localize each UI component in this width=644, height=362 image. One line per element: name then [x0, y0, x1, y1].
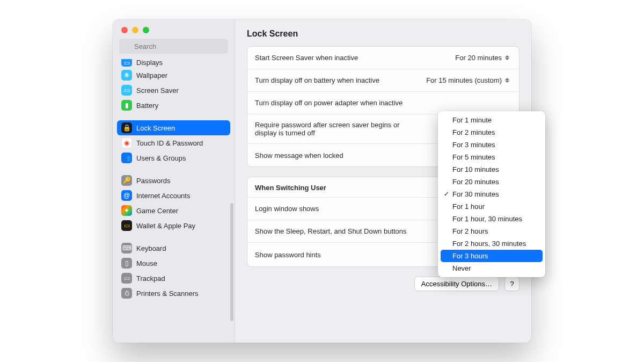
menu-option[interactable]: For 5 minutes	[441, 151, 543, 163]
setting-display-battery-dropdown[interactable]: For 15 minutes (custom)	[426, 76, 511, 84]
sidebar-item-trackpad[interactable]: ▭Trackpad	[117, 271, 230, 286]
internet-icon: @	[121, 190, 132, 201]
minimize-window-button[interactable]	[132, 27, 138, 33]
help-button[interactable]: ?	[504, 277, 519, 291]
sidebar-item-label: Screen Saver	[136, 86, 179, 95]
system-settings-window: ▭Displays❋Wallpaper▭Screen Saver▮Battery…	[113, 19, 531, 343]
menu-option[interactable]: For 3 hours	[441, 250, 543, 262]
game-icon: ✦	[121, 205, 132, 216]
menu-option[interactable]: For 1 minute	[441, 114, 543, 126]
sidebar-item-users-groups[interactable]: 👥Users & Groups	[117, 150, 230, 165]
login-window-label: Login window shows	[255, 205, 441, 213]
sidebar-item-keyboard[interactable]: ⌨Keyboard	[117, 241, 230, 256]
screen-icon: ▭	[121, 85, 132, 96]
page-title: Lock Screen	[247, 29, 519, 39]
trackpad-icon: ▭	[121, 273, 132, 284]
sidebar-item-game-center[interactable]: ✦Game Center	[117, 203, 230, 218]
sidebar-item-touch-id-password[interactable]: ◉Touch ID & Password	[117, 135, 230, 150]
menu-option[interactable]: For 20 minutes	[441, 176, 543, 188]
sidebar-item-label: Game Center	[136, 207, 178, 215]
sidebar-item-lock-screen[interactable]: 🔒Lock Screen	[117, 120, 230, 135]
sidebar-item-displays[interactable]: ▭Displays	[117, 58, 230, 68]
keyboard-icon: ⌨	[121, 243, 132, 254]
sidebar-item-label: Touch ID & Password	[136, 139, 203, 147]
setting-screensaver-value: For 20 minutes	[455, 54, 502, 62]
menu-option[interactable]: For 1 hour	[441, 200, 543, 213]
sidebar-item-screen-saver[interactable]: ▭Screen Saver	[117, 83, 230, 98]
wallpaper-icon: ❋	[121, 70, 132, 81]
sidebar-item-label: Internet Accounts	[136, 192, 190, 200]
sidebar-item-label: Displays	[136, 59, 163, 67]
sidebar-item-mouse[interactable]: ▯Mouse	[117, 256, 230, 271]
sidebar-item-wallpaper[interactable]: ❋Wallpaper	[117, 68, 230, 83]
stepper-icon	[505, 78, 511, 83]
accessibility-options-button[interactable]: Accessibility Options…	[414, 277, 499, 291]
menu-option[interactable]: For 2 hours	[441, 225, 543, 237]
displays-icon: ▭	[121, 59, 132, 67]
setting-require-password-label: Require password after screen saver begi…	[255, 121, 421, 137]
sidebar-item-label: Wallet & Apple Pay	[136, 222, 195, 230]
sidebar-item-label: Battery	[136, 102, 158, 110]
window-controls	[113, 19, 235, 39]
close-window-button[interactable]	[121, 27, 128, 33]
touch-icon: ◉	[121, 137, 132, 148]
menu-option[interactable]: Never	[441, 262, 543, 274]
mouse-icon: ▯	[121, 258, 132, 269]
sidebar-item-label: Mouse	[136, 259, 157, 267]
zoom-window-button[interactable]	[143, 27, 149, 33]
display-power-dropdown-menu[interactable]: For 1 minuteFor 2 minutesFor 3 minutesFo…	[438, 111, 545, 277]
sidebar-item-passwords[interactable]: 🔑Passwords	[117, 173, 230, 188]
menu-option[interactable]: For 2 hours, 30 minutes	[441, 237, 543, 250]
sidebar-item-label: Passwords	[136, 177, 171, 185]
sidebar-item-internet-accounts[interactable]: @Internet Accounts	[117, 188, 230, 203]
sidebar-scrollbar[interactable]	[230, 203, 233, 321]
sidebar-item-label: Trackpad	[136, 274, 165, 283]
setting-screensaver: Start Screen Saver when inactive For 20 …	[247, 47, 519, 69]
footer-row: Accessibility Options… ?	[247, 277, 519, 291]
setting-screensaver-label: Start Screen Saver when inactive	[255, 54, 451, 62]
menu-option[interactable]: For 30 minutes	[441, 188, 543, 200]
menu-option[interactable]: For 3 minutes	[441, 139, 543, 151]
users-icon: 👥	[121, 153, 132, 163]
menu-option[interactable]: For 2 minutes	[441, 126, 543, 139]
passwords-icon: 🔑	[121, 175, 132, 186]
setting-display-battery-value: For 15 minutes (custom)	[426, 76, 502, 84]
search-input[interactable]	[119, 39, 228, 54]
printers-icon: ⎙	[121, 288, 132, 299]
setting-display-battery: Turn display off on battery when inactiv…	[247, 69, 519, 92]
menu-option[interactable]: For 10 minutes	[441, 163, 543, 176]
lock-icon: 🔒	[121, 122, 132, 133]
setting-screensaver-dropdown[interactable]: For 20 minutes	[455, 54, 511, 62]
sidebar-item-printers-scanners[interactable]: ⎙Printers & Scanners	[117, 286, 230, 301]
sidebar-nav: ▭Displays❋Wallpaper▭Screen Saver▮Battery…	[113, 58, 235, 343]
battery-icon: ▮	[121, 100, 132, 111]
stepper-icon	[505, 55, 511, 60]
setting-display-battery-label: Turn display off on battery when inactiv…	[255, 76, 422, 84]
sidebar-item-label: Wallpaper	[136, 71, 167, 79]
sidebar-item-wallet-apple-pay[interactable]: ▭Wallet & Apple Pay	[117, 218, 230, 233]
menu-option[interactable]: For 1 hour, 30 minutes	[441, 213, 543, 225]
sidebar-item-label: Keyboard	[136, 244, 166, 252]
sidebar: ▭Displays❋Wallpaper▭Screen Saver▮Battery…	[113, 19, 235, 343]
sidebar-item-battery[interactable]: ▮Battery	[117, 98, 230, 113]
sidebar-item-label: Printers & Scanners	[136, 289, 199, 298]
setting-display-power-label: Turn display off on power adapter when i…	[255, 99, 511, 107]
sidebar-item-label: Users & Groups	[136, 154, 186, 162]
sidebar-item-label: Lock Screen	[136, 124, 175, 132]
wallet-icon: ▭	[121, 220, 132, 231]
main-content: Lock Screen Start Screen Saver when inac…	[235, 19, 531, 343]
